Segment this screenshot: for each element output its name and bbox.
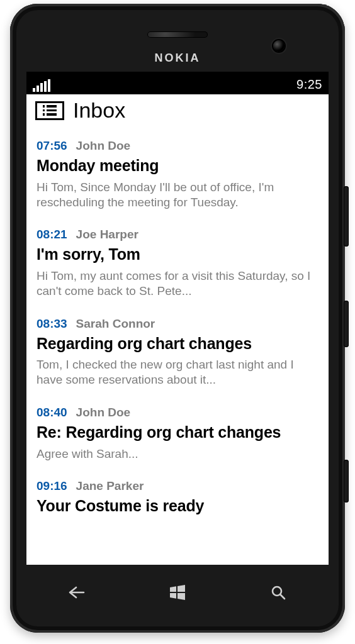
message-preview: Hi Tom, Since Monday I'll be out of offi… [37,180,318,210]
message-subject: Re: Regarding org chart changes [37,423,318,441]
message-subject: Your Costume is ready [37,497,318,515]
clock: 9:25 [296,77,322,92]
phone-frame: NOKIA 9:25 Inbox [10,4,345,633]
side-button-camera [344,460,349,502]
message-time: 08:33 [37,318,67,330]
menu-button[interactable] [35,101,64,120]
message-sender: Jane Parker [76,480,144,492]
message-item[interactable]: 08:33Sarah ConnorRegarding org chart cha… [37,308,318,396]
message-sender: Sarah Connor [76,318,155,330]
svg-marker-0 [170,586,176,592]
message-item[interactable]: 08:21Joe HarperI'm sorry, TomHi Tom, my … [37,218,318,307]
message-time: 09:16 [37,480,67,492]
windows-logo-icon [169,584,186,601]
side-button-volume [344,186,349,247]
status-bar: 9:25 [26,72,329,94]
message-subject: I'm sorry, Tom [37,245,318,264]
system-buttons [26,577,329,608]
side-button-power [344,301,349,347]
message-meta: 09:16Jane Parker [37,480,318,492]
message-meta: 08:40John Doe [37,406,318,418]
message-item[interactable]: 08:40John DoeRe: Regarding org chart cha… [37,396,318,470]
svg-line-5 [281,595,285,599]
message-meta: 08:33Sarah Connor [37,318,318,330]
message-preview: Tom, I checked the new org chart last ni… [37,357,318,387]
mail-app: Inbox 07:56John DoeMonday meetingHi Tom,… [26,94,329,565]
message-item[interactable]: 09:16Jane ParkerYour Costume is ready [37,470,318,529]
message-time: 07:56 [37,140,67,152]
message-sender: John Doe [76,406,131,418]
message-subject: Monday meeting [37,157,318,175]
message-subject: Regarding org chart changes [37,335,318,353]
message-time: 08:40 [37,406,67,418]
svg-marker-2 [170,593,176,599]
page-title: Inbox [73,98,125,123]
app-header: Inbox [26,94,329,129]
message-sender: John Doe [76,140,131,152]
screen: 9:25 Inbox 07:56John DoeMonday meetingHi… [26,72,329,565]
message-meta: 07:56John Doe [37,140,318,152]
search-icon [270,584,286,601]
svg-marker-1 [178,585,185,592]
message-item[interactable]: 07:56John DoeMonday meetingHi Tom, Since… [37,130,318,218]
message-list[interactable]: 07:56John DoeMonday meetingHi Tom, Since… [26,130,329,565]
earpiece [147,31,208,38]
device-brand: NOKIA [10,52,345,65]
search-button[interactable] [258,580,298,605]
message-time: 08:21 [37,228,67,240]
list-icon [43,105,57,116]
start-button[interactable] [157,580,198,605]
message-meta: 08:21Joe Harper [37,228,318,240]
message-sender: Joe Harper [76,228,138,240]
back-arrow-icon [67,586,86,599]
back-button[interactable] [57,580,97,605]
message-preview: Hi Tom, my aunt comes for a visit this S… [37,269,318,299]
message-preview: Agree with Sarah... [37,447,318,462]
front-camera [273,40,285,52]
signal-strength-icon [33,79,50,92]
svg-marker-3 [178,593,185,600]
